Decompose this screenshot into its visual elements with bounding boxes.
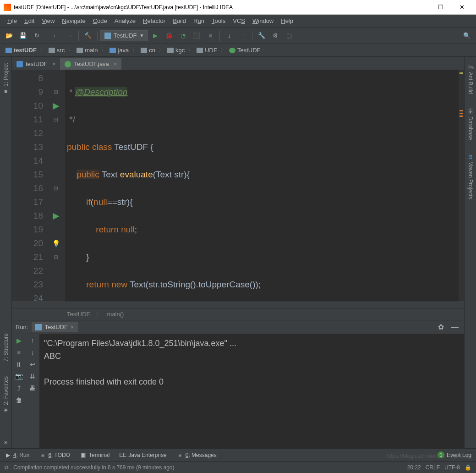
menu-view[interactable]: View: [38, 16, 58, 26]
error-stripe[interactable]: [459, 70, 464, 302]
menu-tools[interactable]: Tools: [208, 16, 229, 26]
bc-main[interactable]: main: [74, 46, 100, 55]
save-icon[interactable]: 💾: [16, 29, 29, 42]
tool-structure[interactable]: 7: Structure: [2, 330, 10, 364]
run-icon[interactable]: ▶: [149, 29, 162, 42]
menu-refactor[interactable]: Refactor: [139, 16, 169, 26]
bulb-icon[interactable]: 💡: [47, 236, 65, 250]
run-gutter-icon[interactable]: ▶: [47, 99, 65, 113]
fold-icon[interactable]: ⊟: [47, 113, 65, 126]
settings-icon[interactable]: ⚙: [269, 29, 282, 42]
file-encoding[interactable]: UTF-8: [444, 464, 460, 471]
horizontal-scrollbar[interactable]: [12, 302, 464, 308]
bc-java[interactable]: java: [107, 46, 131, 55]
minimize-icon[interactable]: —: [449, 322, 460, 332]
search-icon[interactable]: 🔍: [460, 29, 473, 42]
profile-icon[interactable]: ⬛: [190, 29, 203, 42]
nav-class[interactable]: TestUDF: [67, 311, 90, 318]
caret-position[interactable]: 20:22: [407, 464, 421, 471]
minimize-button[interactable]: —: [409, 0, 430, 14]
forward-icon[interactable]: →: [63, 29, 76, 42]
menu-file[interactable]: File: [4, 16, 21, 26]
print-icon[interactable]: 🖶: [29, 385, 36, 392]
down-icon[interactable]: ↓: [31, 349, 34, 356]
tab-testudf-java[interactable]: TestUDF.java ×: [60, 58, 121, 70]
sync-icon[interactable]: ↻: [30, 29, 43, 42]
run-config-combo[interactable]: TestUDF ▼: [100, 30, 148, 41]
softwrap-icon[interactable]: ↩: [30, 361, 35, 368]
scroll-icon[interactable]: ⇊: [30, 373, 35, 380]
close-icon[interactable]: ×: [52, 60, 56, 67]
fold-icon[interactable]: ⊟: [47, 250, 65, 264]
exit-icon[interactable]: ⤴: [17, 385, 21, 392]
back-icon[interactable]: ←: [49, 29, 62, 42]
tool-ant[interactable]: 🐜Ant Build: [466, 60, 475, 97]
run-toolbar-left: ▶ ■ ⏸ 📷 ⤴ 🗑: [12, 334, 26, 448]
trash-icon[interactable]: 🗑: [16, 396, 22, 404]
rerun-icon[interactable]: ▶: [16, 337, 22, 344]
bc-label: java: [118, 47, 129, 54]
tab-testudf-module[interactable]: testUDF ×: [12, 58, 60, 70]
todo-icon: ≡: [39, 452, 46, 458]
line-separator[interactable]: CRLF: [426, 464, 440, 471]
code-content[interactable]: * @Description */ public class TestUDF {…: [65, 70, 459, 302]
coverage-icon[interactable]: ◔: [176, 29, 189, 42]
menu-help[interactable]: Help: [277, 16, 297, 26]
up-icon[interactable]: ↑: [31, 337, 34, 344]
tool-run[interactable]: ▶4: Run: [5, 452, 29, 458]
structure-icon[interactable]: ⬚: [283, 29, 295, 42]
dump-icon[interactable]: 📷: [15, 373, 23, 380]
vcs-update-icon[interactable]: ↓: [223, 29, 235, 42]
wrench-icon[interactable]: 🔧: [255, 29, 268, 42]
bc-cn[interactable]: cn: [138, 46, 158, 55]
stop-icon[interactable]: ■: [17, 349, 21, 356]
run-tab[interactable]: TestUDF ×: [32, 322, 77, 332]
separator: [219, 31, 220, 41]
run-label: Run:: [16, 324, 28, 330]
debug-icon[interactable]: 🐞: [163, 29, 175, 42]
run-gutter-icon[interactable]: ▶: [47, 209, 65, 223]
close-icon[interactable]: ×: [71, 324, 74, 330]
tool-terminal[interactable]: ▣Terminal: [80, 452, 109, 458]
menu-run[interactable]: Run: [190, 16, 208, 26]
gear-icon[interactable]: ✿: [436, 322, 446, 332]
expand-icon[interactable]: »: [4, 425, 7, 448]
tool-todo[interactable]: ≡6: TODO: [39, 452, 70, 458]
pause-icon[interactable]: ⏸: [16, 361, 22, 368]
stop-icon[interactable]: ■: [204, 29, 217, 42]
menu-code[interactable]: Code: [89, 16, 111, 26]
console-output[interactable]: "C:\Program Files\Java\jdk1.8.0_251\bin\…: [39, 334, 464, 448]
nav-method[interactable]: main(): [107, 311, 124, 318]
bc-class[interactable]: TestUDF: [226, 46, 263, 55]
menu-vcs[interactable]: VCS: [229, 16, 249, 26]
tool-messages[interactable]: ≡0: Messages: [177, 452, 217, 458]
menu-window[interactable]: Window: [249, 16, 277, 26]
menu-edit[interactable]: Edit: [21, 16, 38, 26]
tool-favorites[interactable]: ★2: Favorites: [2, 374, 10, 416]
bc-src[interactable]: src: [46, 46, 67, 55]
vcs-commit-icon[interactable]: ↑: [236, 29, 249, 42]
tool-project[interactable]: ■1: Project: [2, 60, 10, 98]
menu-navigate[interactable]: Navigate: [58, 16, 89, 26]
close-icon[interactable]: ×: [114, 60, 117, 67]
lock-icon[interactable]: 🔒: [465, 464, 471, 471]
bc-label: cn: [149, 47, 155, 54]
bc-project[interactable]: testUDF: [3, 46, 39, 55]
bc-udf[interactable]: UDF: [194, 46, 220, 55]
open-icon[interactable]: 📂: [3, 29, 16, 42]
menu-build[interactable]: Build: [169, 16, 190, 26]
menu-analyze[interactable]: Analyze: [111, 16, 139, 26]
bc-kgc[interactable]: kgc: [164, 46, 187, 55]
tool-database[interactable]: 🗄Database: [466, 106, 475, 143]
status-bar: ⧉ Compilation completed successfully in …: [0, 461, 476, 473]
maximize-button[interactable]: ☐: [430, 0, 451, 14]
tool-maven[interactable]: mMaven Projects: [466, 152, 475, 202]
tool-enterprise[interactable]: EEJava Enterprise: [120, 452, 166, 458]
source-folder-icon: [109, 48, 116, 53]
build-icon[interactable]: 🔨: [82, 29, 94, 42]
fold-icon[interactable]: ⊟: [47, 85, 65, 99]
code-editor[interactable]: 8910 111213 141516 171819 202122 2324 ⊟ …: [12, 70, 464, 302]
status-icon[interactable]: ⧉: [5, 464, 9, 471]
fold-icon[interactable]: ⊟: [47, 182, 65, 195]
close-button[interactable]: ✕: [451, 0, 472, 14]
